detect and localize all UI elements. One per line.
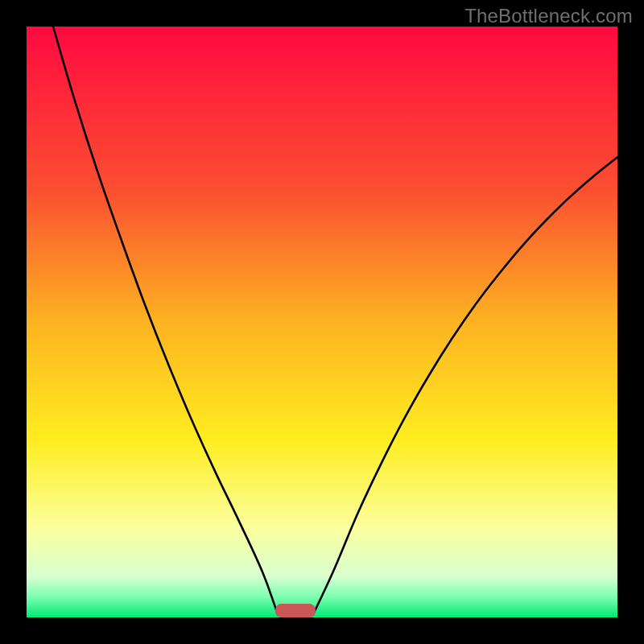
right-curve xyxy=(313,157,617,614)
left-curve xyxy=(53,27,278,614)
bottleneck-marker xyxy=(275,604,316,617)
curves-layer xyxy=(27,27,617,617)
chart-frame: TheBottleneck.com xyxy=(0,0,644,644)
watermark-text: TheBottleneck.com xyxy=(464,5,633,27)
